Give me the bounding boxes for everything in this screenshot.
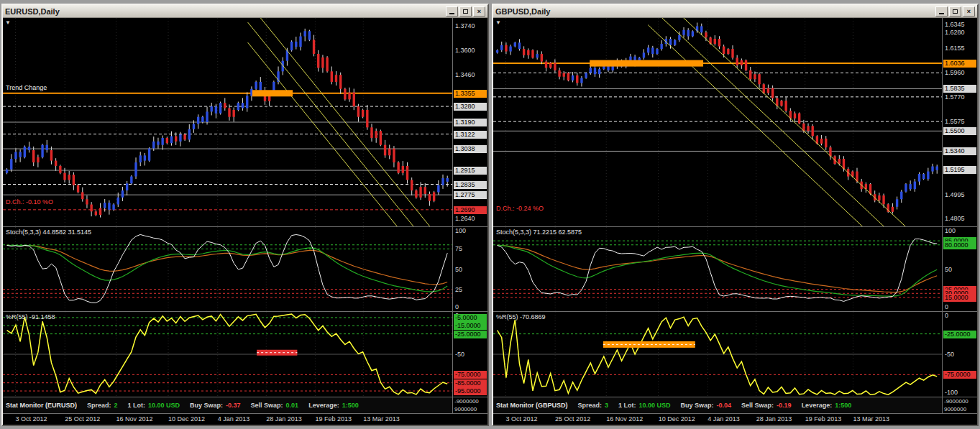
- scale-tick: -25.0000: [454, 331, 487, 338]
- stat-monitor-scale: -90000009000000: [452, 397, 487, 413]
- candlesticks: [496, 23, 938, 214]
- minimize-icon: [939, 13, 944, 14]
- stat-item-value: -0.19: [777, 402, 792, 409]
- price-pane: ▼ D.Ch.: -0.24 %O 1.63451.62801.61551.60…: [493, 18, 977, 227]
- scale-tick: 1.3460: [454, 71, 487, 79]
- minimize-button[interactable]: [446, 6, 458, 17]
- stat-item-label: Sell Swap:: [251, 402, 283, 409]
- date-tick: 13 Mar 2013: [853, 415, 889, 423]
- scale-tick: 1.5770: [943, 93, 976, 101]
- scale-tick: 1.5340: [943, 147, 976, 155]
- scale-tick: -50: [943, 351, 976, 359]
- minimize-button[interactable]: [935, 6, 948, 17]
- scale-tick: 15.0000: [943, 294, 976, 302]
- scale-tick: 1.6036: [943, 60, 976, 68]
- scale-tick: -25.0000: [943, 331, 976, 338]
- restore-button[interactable]: [459, 6, 472, 17]
- stat-item-value: 1:500: [835, 402, 851, 409]
- stochastic-pane: Stoch(5,3,3) 44.8582 31.5145 1007550250: [3, 227, 487, 312]
- close-icon: ×: [477, 8, 481, 15]
- stochastic-plot[interactable]: Stoch(5,3,3) 71.2215 62.5875: [493, 227, 942, 311]
- scale-tick: -15.0000: [454, 322, 487, 330]
- chart-window-eurusd[interactable]: EURUSD,Daily × ▼ Trend Change D.Ch.: -0.…: [1, 4, 489, 426]
- restore-button[interactable]: [949, 6, 961, 17]
- stochastic-pane: Stoch(5,3,3) 71.2215 62.5875 10085.00008…: [493, 227, 977, 312]
- stat-item-value: -0.04: [717, 402, 732, 409]
- scale-tick: 1.3190: [454, 119, 487, 126]
- scale-tick: 1.5500: [943, 127, 976, 135]
- date-tick: 16 Nov 2012: [606, 415, 643, 423]
- scale-tick: 1.4995: [943, 191, 976, 199]
- date-tick: 4 Jan 2013: [218, 415, 250, 423]
- window-titlebar[interactable]: GBPUSD,Daily ×: [493, 5, 977, 18]
- restore-icon: [463, 9, 468, 14]
- window-title: EURUSD,Daily: [5, 7, 60, 16]
- percent-r-plot[interactable]: %R(55) -91.1458: [3, 312, 452, 397]
- scale-tick: -50: [454, 351, 487, 359]
- stat-scale-bottom: 9000000: [944, 406, 966, 412]
- window-titlebar[interactable]: EURUSD,Daily ×: [3, 5, 487, 18]
- stat-monitor-pane: Stat Monitor (GBPUSD)Spread:31 Lot:10.00…: [493, 397, 977, 414]
- scale-tick: 1.5960: [943, 69, 976, 77]
- chart-area: ▼ Trend Change D.Ch.: -0.10 %O 1.37401.3…: [3, 18, 487, 425]
- stat-item-label: Buy Swap:: [681, 402, 714, 409]
- chart-window-gbpusd[interactable]: GBPUSD,Daily × ▼ D.Ch.: -0.24 %O 1.63451…: [492, 4, 979, 426]
- date-tick: 3 Oct 2012: [16, 415, 47, 423]
- scale-tick: -5.0000: [454, 314, 487, 322]
- time-axis[interactable]: 3 Oct 201225 Oct 201216 Nov 201210 Dec 2…: [493, 414, 977, 425]
- scale-tick: 1.6155: [943, 45, 976, 52]
- stat-item-label: Leverage:: [802, 402, 833, 409]
- price-scale[interactable]: 1.63451.62801.61551.60361.59601.58351.57…: [942, 18, 977, 226]
- stat-item-value: -0.37: [226, 402, 241, 409]
- percent-r-scale[interactable]: 0-5.0000-15.0000-25.0000-50-75.0000-85.0…: [452, 312, 487, 397]
- scale-tick: 1.4805: [943, 215, 976, 223]
- scale-tick: 25: [454, 286, 487, 294]
- stat-scale-top: -9000000: [454, 398, 479, 405]
- window-controls: ×: [444, 6, 485, 17]
- scale-tick: 1.5835: [943, 85, 976, 93]
- date-tick: 19 Feb 2013: [315, 415, 352, 423]
- scale-tick: 1.2835: [454, 181, 487, 189]
- scale-tick: 1.6345: [943, 21, 976, 29]
- price-plot[interactable]: ▼ D.Ch.: -0.24 %O: [493, 18, 942, 226]
- chart-area: ▼ D.Ch.: -0.24 %O 1.63451.62801.61551.60…: [493, 18, 977, 425]
- stat-item-label: Sell Swap:: [741, 402, 774, 409]
- stochastic-scale[interactable]: 10085.000080.00005025.000020.000015.0000…: [942, 227, 977, 311]
- time-axis[interactable]: 3 Oct 201225 Oct 201216 Nov 201210 Dec 2…: [3, 414, 487, 425]
- date-tick: 4 Jan 2013: [707, 415, 740, 423]
- stochastic-scale[interactable]: 1007550250: [452, 227, 487, 311]
- scale-tick: 0: [454, 303, 487, 311]
- stat-item-value: 0.01: [286, 402, 299, 409]
- date-tick: 10 Dec 2012: [659, 415, 695, 423]
- date-tick: 16 Nov 2012: [116, 415, 153, 423]
- scale-tick: 50: [454, 266, 487, 274]
- date-tick: 13 Mar 2013: [363, 415, 400, 423]
- stat-item-label: 1 Lot:: [618, 402, 636, 409]
- scale-tick: 0: [943, 312, 976, 320]
- scale-tick: 1.3355: [454, 90, 487, 98]
- stat-item-label: Leverage:: [308, 402, 339, 409]
- date-tick: 10 Dec 2012: [168, 415, 205, 423]
- scale-tick: 100: [454, 227, 487, 235]
- scale-tick: 1.2915: [454, 167, 487, 175]
- minimize-icon: [449, 13, 454, 14]
- date-tick: 28 Jan 2013: [266, 415, 302, 423]
- window-controls: ×: [934, 6, 975, 17]
- price-plot[interactable]: ▼ Trend Change D.Ch.: -0.10 %O: [3, 18, 452, 226]
- close-button[interactable]: ×: [473, 6, 485, 17]
- scale-tick: -75.0000: [943, 371, 976, 379]
- stochastic-plot[interactable]: Stoch(5,3,3) 44.8582 31.5145: [3, 227, 452, 311]
- date-tick: 28 Jan 2013: [756, 415, 792, 423]
- scale-tick: 100: [943, 227, 976, 235]
- scale-tick: 50: [943, 266, 976, 274]
- percent-r-scale[interactable]: 0-25.0000-50-75.0000-100: [942, 312, 977, 397]
- percent-r-plot[interactable]: %R(55) -70.6869: [493, 312, 942, 397]
- close-icon: ×: [967, 8, 971, 15]
- stat-item-label: Buy Swap:: [190, 402, 223, 409]
- price-scale[interactable]: 1.37401.36001.34601.33551.32801.31901.31…: [452, 18, 487, 226]
- scale-tick: 1.3740: [454, 22, 487, 30]
- close-button[interactable]: ×: [963, 6, 975, 17]
- percent-r-pane: %R(55) -91.1458 0-5.0000-15.0000-25.0000…: [3, 312, 487, 397]
- scale-tick: 1.5575: [943, 118, 976, 126]
- scale-tick: 1.2690: [454, 206, 487, 214]
